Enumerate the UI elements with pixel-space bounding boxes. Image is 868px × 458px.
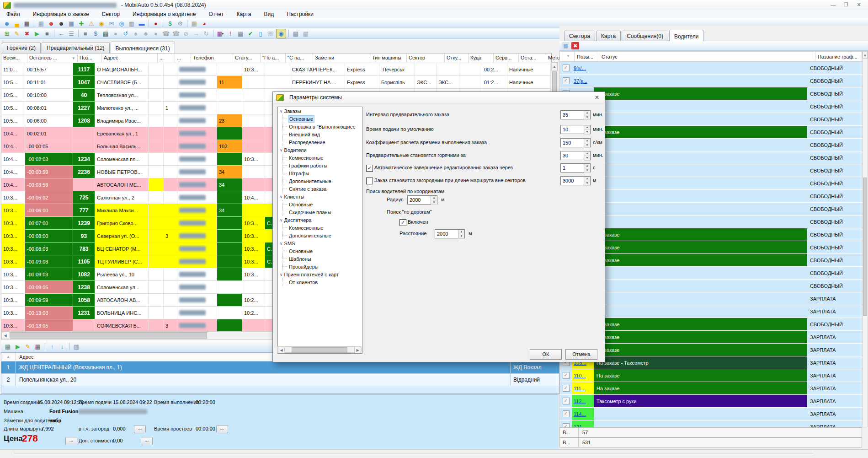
orders-col-header-10[interactable]: Заметки	[313, 54, 370, 63]
order-send-icon[interactable]: ▶	[32, 29, 42, 38]
trash-icon[interactable]: ▥	[72, 342, 81, 351]
close-button[interactable]: ✕	[852, 1, 865, 9]
tab-Горячие2[interactable]: Горячие (2)	[2, 43, 41, 53]
report-icon[interactable]: ▤	[37, 19, 46, 28]
driver-kick-icon[interactable]: ✖	[571, 42, 579, 49]
tree-item-Шаблоны[interactable]: Шаблоны	[283, 255, 362, 263]
orders-col-header-6[interactable]: Телефон	[191, 54, 233, 63]
money-icon[interactable]: $	[165, 19, 175, 28]
confirm-icon[interactable]: ✔	[246, 29, 255, 38]
tab-Водители[interactable]: Водители	[669, 30, 703, 42]
driver-row[interactable]: ✓СВОБОДНЫЙ	[560, 151, 863, 164]
order-delete-icon[interactable]: ✖	[22, 29, 32, 38]
field-input[interactable]: 150▲▼	[560, 138, 591, 147]
driver-row[interactable]: ✓ЗАРПЛАТА	[560, 292, 863, 305]
monitor-chart-icon[interactable]: ▦	[67, 19, 76, 28]
driver-checkbox[interactable]: ✓	[563, 385, 570, 392]
driver-callsign-link[interactable]: 111...	[574, 386, 586, 391]
orders-col-header-3[interactable]: Адрес	[102, 54, 158, 63]
driver-row[interactable]: ✓9(к/...СВОБОДНЫЙ	[560, 62, 863, 75]
mobile-icon[interactable]: ▯	[256, 29, 265, 38]
phone-gray2-icon[interactable]: ☎	[171, 29, 181, 38]
route-row[interactable]: 1ЖД ЦЕНТРАЛЬНЫЙ (Вокзальная пл., 1)ЖД Во…	[1, 361, 559, 374]
driver-row[interactable]: ✓На заказеСВОБОДНЫЙ	[560, 254, 863, 267]
driver-row[interactable]: ✓110...На заказеЗАРПЛАТА	[560, 369, 863, 382]
order-archive-icon[interactable]: ■	[43, 29, 52, 38]
driver-row[interactable]: ✓На заказеЗАРПЛАТА	[560, 344, 863, 356]
field-stepper[interactable]: ▲▼	[584, 177, 590, 185]
address-edit-icon[interactable]: ✎	[23, 342, 32, 351]
doc1-icon[interactable]: ▤	[291, 29, 300, 38]
driver-row[interactable]: ✓СВОБОДНЫЙ	[560, 177, 863, 190]
driver-stats-icon[interactable]: ▦	[562, 42, 570, 49]
tools-icon[interactable]: ⚙	[176, 19, 185, 28]
mail-icon[interactable]: ✉	[107, 19, 116, 28]
idle-edit-button[interactable]: ...	[216, 425, 228, 433]
address-add-icon[interactable]: ▤	[3, 342, 12, 351]
warning-icon[interactable]: ⚠	[87, 19, 96, 28]
drivers-graph-column-header[interactable]: Название граф...	[815, 52, 862, 61]
field-stepper[interactable]: ▲▼	[584, 139, 590, 147]
eye-icon[interactable]: ◉	[276, 29, 286, 38]
minimize-button[interactable]: —	[827, 1, 840, 9]
driver-row[interactable]: ✓СВОБОДНЫЙ	[560, 113, 863, 126]
field-input[interactable]: 3000▲▼	[560, 176, 591, 185]
orders-col-header-13[interactable]: Отку...	[445, 54, 469, 63]
client-red-icon[interactable]: ☻	[47, 19, 56, 28]
field-checkbox[interactable]: ✓	[366, 165, 373, 172]
tree-item-Провайдеры[interactable]: Провайдеры	[283, 263, 362, 270]
grid-color-icon[interactable]: ▦▾	[216, 29, 225, 38]
driver-row[interactable]: ✓На заказеСВОБОДНЫЙ	[560, 228, 863, 241]
cabinet-icon[interactable]: ▤	[190, 19, 199, 28]
settings-tree-hscrollbar[interactable]: ◀ ▶	[277, 346, 362, 353]
club-icon[interactable]: ♣	[141, 29, 150, 38]
circle-gray-icon[interactable]: ●	[111, 29, 120, 38]
menu-Настройки[interactable]: Настройки	[280, 11, 320, 17]
drivers-vscrollbar[interactable]: ▲	[862, 51, 868, 427]
orders-col-header-7[interactable]: Стату...	[233, 54, 261, 63]
orders-col-header-0[interactable]: Врем...	[1, 54, 27, 63]
driver-row[interactable]: ✓СВОБОДНЫЙ	[560, 203, 863, 216]
radius-stepper[interactable]: ▲▼	[431, 196, 437, 204]
ok-button[interactable]: ОК	[530, 349, 562, 360]
driver-callsign-link[interactable]: 114...	[574, 411, 586, 417]
order-row[interactable]: 11:0...00:15:571117О НАЦИОНАЛЬН...10:3..…	[1, 63, 551, 76]
driver-row[interactable]: ✓111...На заказеЗАРПЛАТА	[560, 382, 863, 395]
cancel-gray-icon[interactable]: ⊘	[181, 29, 191, 38]
distance-input[interactable]: 2000 ▲▼	[435, 229, 465, 238]
orders-col-header-8[interactable]: "По а...	[261, 54, 286, 63]
dialog-close-icon[interactable]: ✕	[589, 92, 605, 102]
order-import-icon[interactable]: ←	[57, 29, 66, 38]
field-input[interactable]: 1▲▼	[560, 163, 591, 172]
order-stack-icon[interactable]: ☰	[67, 29, 76, 38]
doc-green-icon[interactable]: ▤	[101, 29, 110, 38]
plugin-green-icon[interactable]: ✚	[77, 19, 86, 28]
driver-row[interactable]: ✓121...ЗАРПЛАТА	[560, 420, 863, 427]
driver-row[interactable]: ✓108...На заказе - ТаксометрЗАРПЛАТА	[560, 356, 863, 369]
driver-checkbox[interactable]: ✓	[563, 77, 570, 84]
driver-row[interactable]: ✓СВОБОДНЫЙ	[560, 164, 863, 177]
tab-Карта[interactable]: Карта	[596, 31, 621, 41]
driver-row[interactable]: ✓СВОБОДНЫЙ	[560, 216, 863, 228]
helmet-icon[interactable]: ●	[151, 19, 160, 28]
coin-icon[interactable]: ◉	[97, 19, 106, 28]
tree-group-Прием платежей с карт[interactable]: ∨Прием платежей с карт	[278, 270, 362, 278]
orders-col-header-16[interactable]: Оста...	[519, 54, 546, 63]
driver-row[interactable]: ✓На заказеСВОБОДНЫЙ	[560, 318, 863, 331]
menu-Файл[interactable]: Файл	[0, 11, 27, 17]
roads-enabled-checkbox[interactable]: ✓	[399, 219, 406, 226]
taxi-icon[interactable]: ▄	[12, 19, 21, 28]
radius-input[interactable]: 2000 ▲▼	[407, 195, 437, 205]
tab-Сектора[interactable]: Сектора	[564, 31, 595, 41]
orders-col-header-9[interactable]: "С па...	[286, 54, 313, 63]
menu-Сектор[interactable]: Сектор	[96, 11, 126, 17]
doc2-icon[interactable]: ▤	[301, 29, 310, 38]
address-remove-icon[interactable]: ▤	[33, 342, 43, 351]
tab-Сообщения0[interactable]: Сообщения(0)	[622, 31, 668, 41]
driver-row[interactable]: ✓СВОБОДНЫЙ	[560, 100, 863, 113]
urgent-icon[interactable]: !	[226, 29, 235, 38]
driver-row[interactable]: ✓СВОБОДНЫЙ	[560, 280, 863, 292]
pie-chart-icon[interactable]: ◕	[200, 19, 209, 28]
driver-checkbox[interactable]: ✓	[563, 65, 570, 71]
field-input[interactable]: 35▲▼	[560, 110, 591, 119]
